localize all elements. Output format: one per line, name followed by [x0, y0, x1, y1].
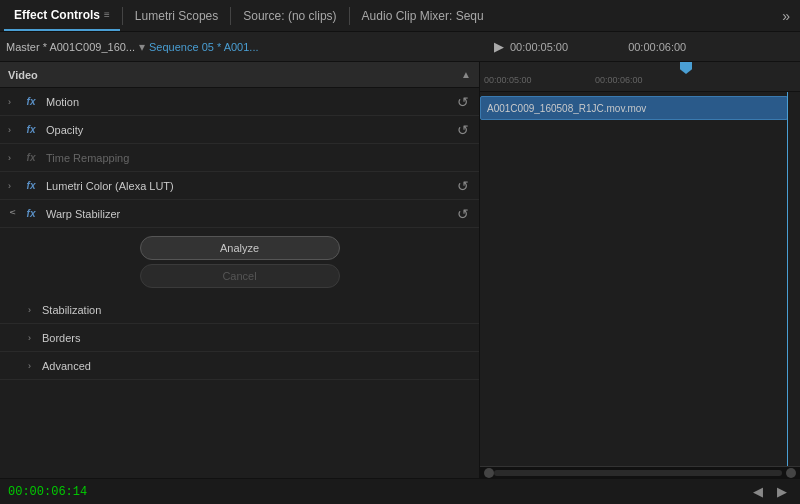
sub-item-advanced-label: Advanced: [42, 360, 471, 372]
tab-separator-2: [230, 7, 231, 25]
tab-audio-clip-mixer-label: Audio Clip Mixer: Sequ: [362, 9, 484, 23]
ruler-mark-1: 00:00:05:00: [484, 75, 532, 85]
tab-bar: Effect Controls ≡ Lumetri Scopes Source:…: [0, 0, 800, 32]
timecode-display: 00:00:06:14: [8, 485, 87, 499]
cancel-button[interactable]: Cancel: [140, 264, 340, 288]
reset-warp-button[interactable]: ↺: [455, 206, 471, 222]
step-back-button[interactable]: ◀: [748, 484, 768, 499]
main-content: Video ▲ › fx Motion ↺ › fx Opacity ↺ › f…: [0, 62, 800, 478]
effect-item-warp-stabilizer[interactable]: ∨ fx Warp Stabilizer ↺: [0, 200, 479, 228]
video-section-header: Video ▲: [0, 62, 479, 88]
effect-item-opacity[interactable]: › fx Opacity ↺: [0, 116, 479, 144]
tab-lumetri-scopes-label: Lumetri Scopes: [135, 9, 218, 23]
sub-item-stabilization[interactable]: › Stabilization: [0, 296, 479, 324]
timecode-1: 00:00:05:00: [510, 41, 568, 53]
warp-stabilizer-section: Analyze Cancel: [0, 228, 479, 296]
analyze-button[interactable]: Analyze: [140, 236, 340, 260]
expand-lumetri-icon: ›: [8, 181, 18, 191]
scroll-up-button[interactable]: ▲: [461, 69, 471, 80]
sub-item-borders[interactable]: › Borders: [0, 324, 479, 352]
tab-lumetri-scopes[interactable]: Lumetri Scopes: [125, 0, 228, 31]
reset-opacity-button[interactable]: ↺: [455, 122, 471, 138]
play-button[interactable]: ▶: [494, 39, 504, 54]
reset-motion-button[interactable]: ↺: [455, 94, 471, 110]
effect-name-motion: Motion: [46, 96, 455, 108]
expand-time-remapping-icon: ›: [8, 153, 18, 163]
sequence-dropdown[interactable]: ▾: [139, 40, 145, 54]
expand-warp-icon: ∨: [8, 209, 18, 219]
timeline-content: A001C009_160508_R1JC.mov.mov: [480, 92, 800, 466]
effects-panel: Video ▲ › fx Motion ↺ › fx Opacity ↺ › f…: [0, 62, 480, 478]
timecodes: 00:00:05:00 00:00:06:00: [510, 41, 686, 53]
effect-item-time-remapping[interactable]: › fx Time Remapping: [0, 144, 479, 172]
more-tabs-button[interactable]: »: [776, 8, 796, 24]
tab-source-label: Source: (no clips): [243, 9, 336, 23]
clip-name: A001C009_160508_R1JC.mov.mov: [487, 103, 646, 114]
expand-advanced-icon: ›: [28, 361, 38, 371]
effect-name-opacity: Opacity: [46, 124, 455, 136]
fx-badge-opacity: fx: [22, 124, 40, 135]
effect-name-warp: Warp Stabilizer: [46, 208, 455, 220]
playhead-line: [787, 92, 788, 466]
master-label: Master * A001C009_160...: [6, 41, 135, 53]
sub-item-borders-label: Borders: [42, 332, 471, 344]
clip-block[interactable]: A001C009_160508_R1JC.mov.mov: [480, 96, 788, 120]
timeline-ruler: 00:00:05:00 00:00:06:00: [480, 62, 800, 92]
timeline-panel: 00:00:05:00 00:00:06:00 A001C009_160508_…: [480, 62, 800, 478]
fx-badge-time-remapping: fx: [22, 152, 40, 163]
effect-name-lumetri: Lumetri Color (Alexa LUT): [46, 180, 455, 192]
ruler-mark-2: 00:00:06:00: [595, 75, 643, 85]
timecode-2: 00:00:06:00: [628, 41, 686, 53]
effect-item-lumetri-color[interactable]: › fx Lumetri Color (Alexa LUT) ↺: [0, 172, 479, 200]
playhead-marker: [680, 62, 692, 74]
fx-badge-motion: fx: [22, 96, 40, 107]
video-section-title: Video: [8, 69, 38, 81]
fx-badge-lumetri: fx: [22, 180, 40, 191]
bottom-bar: 00:00:06:14 ◀ ▶: [0, 478, 800, 504]
sub-item-advanced[interactable]: › Advanced: [0, 352, 479, 380]
warp-buttons: Analyze Cancel: [0, 228, 479, 296]
timeline-scrollbar[interactable]: [480, 466, 800, 478]
tab-separator-3: [349, 7, 350, 25]
expand-borders-icon: ›: [28, 333, 38, 343]
tab-source[interactable]: Source: (no clips): [233, 0, 346, 31]
expand-motion-icon: ›: [8, 97, 18, 107]
tab-effect-controls-icon: ≡: [104, 9, 110, 20]
step-forward-button[interactable]: ▶: [772, 484, 792, 499]
subheader-right: ▶ 00:00:05:00 00:00:06:00: [486, 39, 794, 54]
scrollbar-track[interactable]: [494, 470, 782, 476]
effect-name-time-remapping: Time Remapping: [46, 152, 471, 164]
sub-item-stabilization-label: Stabilization: [42, 304, 471, 316]
tab-separator-1: [122, 7, 123, 25]
subheader: Master * A001C009_160... ▾ Sequence 05 *…: [0, 32, 800, 62]
expand-opacity-icon: ›: [8, 125, 18, 135]
bottom-controls: ◀ ▶: [748, 484, 792, 499]
scrollbar-left-handle[interactable]: [484, 468, 494, 478]
expand-stabilization-icon: ›: [28, 305, 38, 315]
subheader-left: Master * A001C009_160... ▾ Sequence 05 *…: [6, 40, 486, 54]
sequence-label[interactable]: Sequence 05 * A001...: [149, 41, 258, 53]
effect-item-motion[interactable]: › fx Motion ↺: [0, 88, 479, 116]
tab-effect-controls-label: Effect Controls: [14, 8, 100, 22]
effects-list: › fx Motion ↺ › fx Opacity ↺ › fx Time R…: [0, 88, 479, 478]
tab-effect-controls[interactable]: Effect Controls ≡: [4, 0, 120, 31]
reset-lumetri-button[interactable]: ↺: [455, 178, 471, 194]
fx-badge-warp: fx: [22, 208, 40, 219]
scrollbar-right-handle[interactable]: [786, 468, 796, 478]
tab-audio-clip-mixer[interactable]: Audio Clip Mixer: Sequ: [352, 0, 494, 31]
